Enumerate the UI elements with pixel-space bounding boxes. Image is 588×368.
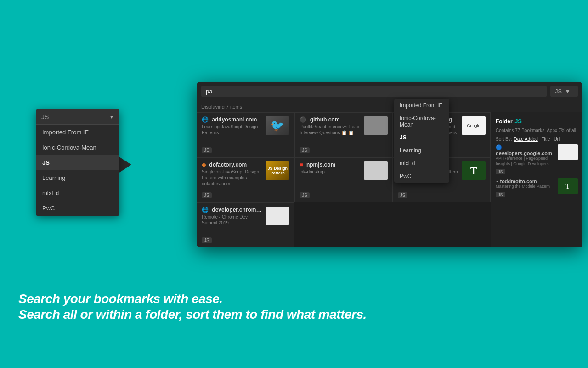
bookmark-card-chrome[interactable]: 🌐 developer.chrome.com Remote - Chrome D… — [197, 202, 294, 247]
bookmark-title: ◈ dofactory.com — [202, 161, 262, 168]
right-bookmark-google[interactable]: 🔵 developers.google.com API Reference | … — [496, 144, 578, 175]
app-topbar: pa JS ▼ — [197, 82, 582, 101]
folder-badge: JS — [300, 147, 310, 153]
dropdown-item-mlxed[interactable]: mlxEd — [394, 157, 449, 170]
bookmark-title: 🌐 developer.chrome.com — [202, 207, 262, 213]
right-panel-folder: JS — [514, 118, 522, 125]
bottom-line1: Search your bookmarks with ease. — [18, 292, 367, 306]
search-input[interactable]: pa — [206, 88, 212, 95]
sidebar-pointer — [119, 156, 131, 173]
dropdown-item-learning[interactable]: Learning — [394, 144, 449, 157]
sidebar-item-pwc[interactable]: PwC — [36, 201, 119, 216]
bookmark-desc: Remote - Chrome Dev Summit 2019 — [202, 214, 262, 226]
folder-badge: JS — [202, 147, 212, 153]
right-thumb-toddmotto: T — [558, 178, 578, 194]
right-bookmark-toddmotto[interactable]: ~ toddmotto.com Mastering the Module Pat… — [496, 178, 578, 198]
sidebar-item-js[interactable]: JS — [36, 155, 119, 170]
right-panel-title-prefix: Folder — [496, 118, 513, 125]
sidebar-item-mlxed[interactable]: mlxEd — [36, 185, 119, 201]
bookmark-desc: ink-docstrap — [300, 169, 360, 175]
bookmark-title: 🌐 addyosmani.com — [202, 116, 262, 123]
folder-badge: JS — [398, 192, 408, 198]
bookmark-card-dofactory[interactable]: ◈ dofactory.com Singleton JavaScript Des… — [197, 157, 294, 202]
sidebar-header-label: JS — [41, 113, 49, 121]
bookmark-thumb-green: T — [462, 161, 486, 180]
dropdown-item-js[interactable]: JS — [394, 131, 449, 144]
app-content: 🌐 addyosmani.com Learning JavaScript Des… — [197, 112, 582, 247]
sort-url[interactable]: Url — [554, 137, 560, 142]
right-panel-info: Contains 77 Bookmarks. Appx 7% of all. — [496, 128, 578, 133]
bookmark-desc: Learning JavaScript Design Patterns — [202, 124, 262, 136]
dropdown-item-ionic-cordova-mean[interactable]: Ionic-Cordova-Mean — [394, 112, 449, 131]
bookmark-thumb-google: Google — [462, 116, 486, 135]
app-statusbar: Displaying 7 items — [197, 101, 582, 112]
bookmark-card-github[interactable]: ⚫ github.com Paulfitz/react-interview: R… — [294, 112, 392, 157]
sidebar-header[interactable]: JS ▼ — [36, 109, 119, 125]
status-text: Displaying 7 items — [201, 104, 242, 109]
bookmark-desc: Singleton JavaScript Design Pattern with… — [202, 169, 262, 185]
sidebar-item-learning[interactable]: Learning — [36, 170, 119, 185]
bookmark-title: ⚫ github.com — [300, 116, 360, 123]
bookmark-thumb-npm — [364, 161, 388, 180]
bookmark-card-addyosmani[interactable]: 🌐 addyosmani.com Learning JavaScript Des… — [197, 112, 294, 157]
bookmark-thumb-github — [364, 116, 388, 135]
bookmark-card-npm[interactable]: ■ npmjs.com ink-docstrap JS — [294, 157, 392, 202]
sidebar-dropdown: JS ▼ Imported From IE Ionic-Cordova-Mean… — [36, 109, 119, 216]
bottom-line2: Search all or within a folder, sort them… — [18, 307, 367, 322]
sidebar-item-imported-from-ie[interactable]: Imported From IE — [36, 125, 119, 140]
right-panel: Folder JS Contains 77 Bookmarks. Appx 7%… — [491, 112, 582, 247]
sort-title[interactable]: Title — [542, 137, 550, 142]
folder-badge: JS — [202, 237, 212, 243]
app-window: pa JS ▼ Displaying 7 items 🌐 addyosmani.… — [197, 82, 582, 247]
sort-date-added[interactable]: Date Added — [514, 137, 538, 142]
sort-label: Sort By: — [496, 137, 512, 142]
folder-badge: JS — [300, 192, 310, 198]
bookmark-thumb-jsbook: JS Design Pattern — [266, 161, 289, 180]
dropdown-item-pwc[interactable]: PwC — [394, 170, 449, 183]
sort-bar: Sort By: Date Added Title Url — [496, 137, 578, 142]
dropdown-overlay: Imported From IE Ionic-Cordova-Mean JS L… — [394, 99, 449, 183]
dropdown-item-imported-from-ie[interactable]: Imported From IE — [394, 99, 449, 112]
chevron-down-icon: ▼ — [109, 115, 114, 120]
sidebar-item-ionic-cordova-mean[interactable]: Ionic-Cordova-Mean — [36, 140, 119, 155]
search-input-container[interactable]: pa — [201, 86, 547, 97]
chevron-down-icon: ▼ — [565, 88, 571, 95]
folder-select[interactable]: JS ▼ — [550, 86, 578, 97]
right-thumb-google — [558, 144, 578, 160]
bookmark-thumb-bird: 🐦 — [266, 116, 289, 135]
bookmark-desc: Paulfitz/react-interview: Reac Interview… — [300, 124, 360, 136]
bottom-text: Search your bookmarks with ease. Search … — [18, 292, 367, 322]
bookmark-title: ■ npmjs.com — [300, 161, 360, 168]
folder-select-value: JS — [555, 88, 562, 95]
bookmark-thumb-chrome — [266, 207, 289, 225]
folder-badge: JS — [202, 192, 212, 198]
